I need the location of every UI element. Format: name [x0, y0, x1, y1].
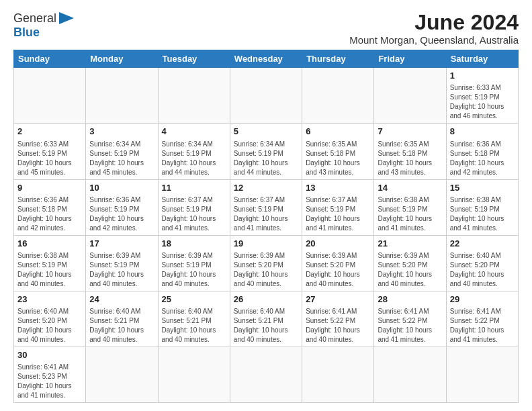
calendar-cell: [158, 68, 230, 124]
day-info: Sunrise: 6:35 AM Sunset: 5:18 PM Dayligh…: [378, 140, 442, 177]
day-info: Sunrise: 6:38 AM Sunset: 5:19 PM Dayligh…: [450, 195, 515, 233]
month-year-title: June 2024: [349, 11, 519, 34]
column-header-friday: Friday: [374, 50, 446, 68]
calendar-cell: 13Sunrise: 6:37 AM Sunset: 5:19 PM Dayli…: [302, 179, 374, 235]
day-info: Sunrise: 6:37 AM Sunset: 5:19 PM Dayligh…: [162, 195, 226, 233]
day-number: 25: [162, 293, 226, 306]
calendar-cell: 23Sunrise: 6:40 AM Sunset: 5:20 PM Dayli…: [14, 291, 86, 347]
calendar-cell: 25Sunrise: 6:40 AM Sunset: 5:21 PM Dayli…: [158, 291, 230, 347]
column-header-sunday: Sunday: [14, 50, 86, 68]
calendar-cell: [374, 68, 446, 124]
logo-blue-text: Blue: [13, 26, 74, 40]
calendar-cell: [374, 347, 446, 403]
day-number: 1: [450, 70, 515, 82]
day-info: Sunrise: 6:36 AM Sunset: 5:18 PM Dayligh…: [17, 195, 82, 233]
calendar-week-row: 1Sunrise: 6:33 AM Sunset: 5:19 PM Daylig…: [14, 68, 519, 124]
calendar-body: 1Sunrise: 6:33 AM Sunset: 5:19 PM Daylig…: [14, 68, 519, 403]
day-info: Sunrise: 6:39 AM Sunset: 5:19 PM Dayligh…: [162, 251, 226, 289]
calendar-cell: 16Sunrise: 6:38 AM Sunset: 5:19 PM Dayli…: [14, 235, 86, 291]
day-info: Sunrise: 6:39 AM Sunset: 5:19 PM Dayligh…: [89, 251, 154, 289]
calendar-cell: 15Sunrise: 6:38 AM Sunset: 5:19 PM Dayli…: [446, 179, 518, 235]
day-number: 11: [162, 182, 226, 194]
calendar-cell: 9Sunrise: 6:36 AM Sunset: 5:18 PM Daylig…: [14, 179, 86, 235]
logo-triangle-icon: [59, 12, 74, 24]
calendar-cell: [302, 68, 374, 124]
calendar-cell: 18Sunrise: 6:39 AM Sunset: 5:19 PM Dayli…: [158, 235, 230, 291]
calendar-week-row: 30Sunrise: 6:41 AM Sunset: 5:23 PM Dayli…: [14, 347, 519, 403]
day-number: 2: [17, 126, 82, 138]
calendar-cell: 17Sunrise: 6:39 AM Sunset: 5:19 PM Dayli…: [86, 235, 158, 291]
calendar-cell: 12Sunrise: 6:37 AM Sunset: 5:19 PM Dayli…: [230, 179, 302, 235]
calendar-cell: 8Sunrise: 6:36 AM Sunset: 5:18 PM Daylig…: [446, 124, 518, 179]
calendar-cell: 3Sunrise: 6:34 AM Sunset: 5:19 PM Daylig…: [86, 124, 158, 179]
day-number: 22: [450, 238, 515, 250]
day-info: Sunrise: 6:37 AM Sunset: 5:19 PM Dayligh…: [234, 195, 298, 233]
day-number: 29: [450, 293, 515, 306]
calendar-cell: 24Sunrise: 6:40 AM Sunset: 5:21 PM Dayli…: [86, 291, 158, 347]
calendar-cell: 4Sunrise: 6:34 AM Sunset: 5:19 PM Daylig…: [158, 124, 230, 179]
column-header-saturday: Saturday: [446, 50, 518, 68]
column-header-thursday: Thursday: [302, 50, 374, 68]
calendar-header-row: SundayMondayTuesdayWednesdayThursdayFrid…: [14, 50, 519, 68]
calendar-cell: [230, 347, 302, 403]
day-number: 10: [89, 182, 154, 194]
calendar-cell: 10Sunrise: 6:36 AM Sunset: 5:19 PM Dayli…: [86, 179, 158, 235]
day-info: Sunrise: 6:39 AM Sunset: 5:20 PM Dayligh…: [234, 251, 298, 289]
day-number: 24: [89, 293, 154, 306]
day-number: 18: [162, 238, 226, 250]
day-info: Sunrise: 6:41 AM Sunset: 5:22 PM Dayligh…: [306, 307, 370, 345]
day-info: Sunrise: 6:34 AM Sunset: 5:19 PM Dayligh…: [234, 140, 298, 177]
day-info: Sunrise: 6:36 AM Sunset: 5:19 PM Dayligh…: [89, 195, 154, 233]
day-number: 30: [17, 349, 82, 361]
column-header-wednesday: Wednesday: [230, 50, 302, 68]
column-header-tuesday: Tuesday: [158, 50, 230, 68]
calendar-week-row: 2Sunrise: 6:33 AM Sunset: 5:19 PM Daylig…: [14, 124, 519, 179]
calendar-cell: 28Sunrise: 6:41 AM Sunset: 5:22 PM Dayli…: [374, 291, 446, 347]
calendar-cell: 30Sunrise: 6:41 AM Sunset: 5:23 PM Dayli…: [14, 347, 86, 403]
day-info: Sunrise: 6:35 AM Sunset: 5:18 PM Dayligh…: [306, 140, 370, 177]
calendar-table: SundayMondayTuesdayWednesdayThursdayFrid…: [13, 50, 519, 403]
calendar-cell: [14, 68, 86, 124]
calendar-cell: 2Sunrise: 6:33 AM Sunset: 5:19 PM Daylig…: [14, 124, 86, 179]
day-number: 23: [17, 293, 82, 306]
day-info: Sunrise: 6:40 AM Sunset: 5:20 PM Dayligh…: [17, 307, 82, 345]
day-number: 4: [162, 126, 226, 138]
svg-marker-0: [59, 12, 74, 24]
calendar-cell: [446, 347, 518, 403]
day-info: Sunrise: 6:38 AM Sunset: 5:19 PM Dayligh…: [17, 251, 82, 289]
day-number: 15: [450, 182, 515, 194]
day-number: 27: [306, 293, 370, 306]
calendar-cell: 20Sunrise: 6:39 AM Sunset: 5:20 PM Dayli…: [302, 235, 374, 291]
day-number: 8: [450, 126, 515, 138]
calendar-cell: 7Sunrise: 6:35 AM Sunset: 5:18 PM Daylig…: [374, 124, 446, 179]
calendar-cell: [158, 347, 230, 403]
day-number: 19: [234, 238, 298, 250]
logo-general-text: General: [13, 12, 56, 26]
column-header-monday: Monday: [86, 50, 158, 68]
day-info: Sunrise: 6:37 AM Sunset: 5:19 PM Dayligh…: [306, 195, 370, 233]
day-number: 3: [89, 126, 154, 138]
calendar-cell: [86, 68, 158, 124]
calendar-cell: 14Sunrise: 6:38 AM Sunset: 5:19 PM Dayli…: [374, 179, 446, 235]
day-number: 21: [378, 238, 442, 250]
day-info: Sunrise: 6:34 AM Sunset: 5:19 PM Dayligh…: [162, 140, 226, 177]
location-subtitle: Mount Morgan, Queensland, Australia: [349, 34, 519, 46]
day-info: Sunrise: 6:41 AM Sunset: 5:23 PM Dayligh…: [17, 363, 82, 400]
day-info: Sunrise: 6:38 AM Sunset: 5:19 PM Dayligh…: [378, 195, 442, 233]
day-number: 7: [378, 126, 442, 138]
day-number: 6: [306, 126, 370, 138]
calendar-cell: 22Sunrise: 6:40 AM Sunset: 5:20 PM Dayli…: [446, 235, 518, 291]
day-number: 26: [234, 293, 298, 306]
day-info: Sunrise: 6:39 AM Sunset: 5:20 PM Dayligh…: [306, 251, 370, 289]
day-number: 20: [306, 238, 370, 250]
calendar-week-row: 9Sunrise: 6:36 AM Sunset: 5:18 PM Daylig…: [14, 179, 519, 235]
day-info: Sunrise: 6:33 AM Sunset: 5:19 PM Dayligh…: [450, 83, 515, 121]
day-info: Sunrise: 6:39 AM Sunset: 5:20 PM Dayligh…: [378, 251, 442, 289]
calendar-cell: 26Sunrise: 6:40 AM Sunset: 5:21 PM Dayli…: [230, 291, 302, 347]
day-number: 16: [17, 238, 82, 250]
header: General Blue June 2024 Mount Morgan, Que…: [13, 11, 519, 46]
day-info: Sunrise: 6:40 AM Sunset: 5:21 PM Dayligh…: [89, 307, 154, 345]
day-number: 12: [234, 182, 298, 194]
calendar-cell: 19Sunrise: 6:39 AM Sunset: 5:20 PM Dayli…: [230, 235, 302, 291]
day-number: 28: [378, 293, 442, 306]
